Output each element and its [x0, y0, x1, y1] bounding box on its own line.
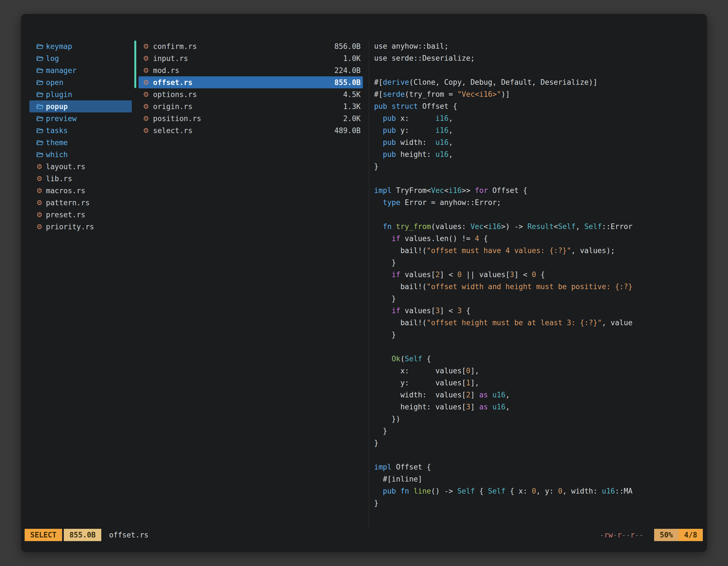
current-directory-panel: ⚙confirm.rs856.0B⚙input.rs1.0K⚙mod.rs224… — [138, 40, 363, 137]
rust-file-icon: ⚙ — [36, 212, 46, 218]
file-row-select-rs[interactable]: ⚙select.rs489.0B — [138, 125, 363, 137]
file-size: 489.0B — [334, 126, 361, 135]
sidebar-item-preview[interactable]: preview — [29, 112, 132, 125]
code-line: bail!("offset width and height must be p… — [374, 281, 704, 293]
scroll-percent-badge: 50% — [654, 529, 678, 541]
code-line — [374, 341, 704, 353]
file-size: 2.0K — [343, 114, 361, 123]
sidebar-item-label: plugin — [46, 90, 72, 99]
sidebar-item-keymap[interactable]: keymap — [29, 40, 132, 52]
code-line: pub fn line() -> Self { Self { x: 0, y: … — [374, 485, 704, 497]
code-line: #[serde(try_from = "Vec<i16>")] — [374, 88, 704, 100]
file-row-offset-rs[interactable]: ⚙offset.rs855.0B — [138, 76, 363, 88]
sidebar-item-label: popup — [46, 102, 68, 111]
file-row-mod-rs[interactable]: ⚙mod.rs224.0B — [138, 64, 363, 76]
code-line: pub x: i16, — [374, 112, 704, 125]
folder-icon — [36, 139, 46, 146]
code-line: } — [374, 257, 704, 269]
rust-file-icon: ⚙ — [36, 224, 46, 230]
file-row-options-rs[interactable]: ⚙options.rs4.5K — [138, 88, 363, 100]
code-line — [374, 209, 704, 221]
code-line: if values.len() != 4 { — [374, 233, 704, 245]
sidebar-item-lib-rs[interactable]: ⚙lib.rs — [29, 173, 132, 185]
folder-icon — [36, 115, 46, 122]
rust-file-icon: ⚙ — [143, 115, 152, 122]
rust-file-icon: ⚙ — [143, 55, 152, 62]
folder-icon — [36, 151, 46, 158]
folder-icon — [36, 91, 46, 98]
sidebar-item-label: open — [46, 78, 64, 87]
sidebar-item-label: which — [46, 151, 68, 159]
rust-file-icon: ⚙ — [36, 163, 46, 170]
sidebar-item-preset-rs[interactable]: ⚙preset.rs — [29, 209, 132, 221]
file-row-confirm-rs[interactable]: ⚙confirm.rs856.0B — [138, 40, 363, 52]
code-line — [374, 449, 704, 461]
code-line: y: values[1], — [374, 377, 704, 389]
sidebar-item-layout-rs[interactable]: ⚙layout.rs — [29, 161, 132, 173]
rust-file-icon: ⚙ — [143, 103, 152, 110]
code-line: } — [374, 497, 704, 509]
file-name: offset.rs — [153, 78, 192, 87]
file-row-origin-rs[interactable]: ⚙origin.rs1.3K — [138, 100, 363, 112]
code-line: pub height: u16, — [374, 149, 704, 161]
sidebar-item-plugin[interactable]: plugin — [29, 88, 132, 100]
file-row-input-rs[interactable]: ⚙input.rs1.0K — [138, 52, 363, 64]
code-line: use serde::Deserialize; — [374, 52, 704, 64]
code-line: } — [374, 161, 704, 173]
status-bar: SELECT 855.0B offset.rs -rw-r--r-- 50% 4… — [25, 529, 703, 541]
rust-file-icon: ⚙ — [143, 127, 152, 134]
sidebar-item-manager[interactable]: manager — [29, 64, 132, 76]
file-name: options.rs — [153, 90, 197, 99]
file-row-position-rs[interactable]: ⚙position.rs2.0K — [138, 112, 363, 125]
code-line: height: values[3] as u16, — [374, 401, 704, 413]
sidebar-item-pattern-rs[interactable]: ⚙pattern.rs — [29, 197, 132, 209]
sidebar-item-label: manager — [46, 66, 77, 75]
code-line: x: values[0], — [374, 365, 704, 377]
sidebar-item-open[interactable]: open — [29, 76, 132, 88]
sidebar-item-label: theme — [46, 139, 68, 147]
sidebar-item-macros-rs[interactable]: ⚙macros.rs — [29, 185, 132, 197]
folder-icon — [36, 43, 46, 50]
sidebar-item-label: priority.rs — [46, 223, 94, 231]
code-line: Ok(Self { — [374, 353, 704, 365]
file-size: 1.0K — [343, 54, 361, 63]
code-line: } — [374, 329, 704, 341]
code-line: impl TryFrom<Vec<i16>> for Offset { — [374, 185, 704, 197]
file-name: mod.rs — [153, 66, 179, 75]
sidebar-item-which[interactable]: which — [29, 149, 132, 161]
code-line: bail!("offset must have 4 values: {:?}",… — [374, 245, 704, 257]
sidebar-item-label: pattern.rs — [46, 199, 90, 207]
sidebar-item-log[interactable]: log — [29, 52, 132, 64]
sidebar-item-label: tasks — [46, 126, 68, 135]
file-name: position.rs — [153, 114, 201, 123]
folder-icon — [36, 67, 46, 74]
sidebar-item-label: log — [46, 54, 59, 63]
cursor-position-badge: 4/8 — [678, 529, 703, 541]
panel-divider — [369, 40, 369, 529]
code-line: } — [374, 425, 704, 437]
rust-file-icon: ⚙ — [143, 43, 152, 50]
sidebar-item-priority-rs[interactable]: ⚙priority.rs — [29, 221, 132, 233]
rust-file-icon: ⚙ — [36, 200, 46, 206]
rust-file-icon: ⚙ — [36, 187, 46, 194]
code-line: type Error = anyhow::Error; — [374, 197, 704, 209]
sidebar-item-tasks[interactable]: tasks — [29, 125, 132, 137]
code-line — [374, 64, 704, 76]
file-size-badge: 855.0B — [64, 529, 101, 541]
yazi-file-manager-window: keymaplogmanageropenpluginpopuppreviewta… — [21, 14, 707, 552]
folder-icon — [36, 127, 46, 134]
code-line: } — [374, 293, 704, 305]
code-line: pub struct Offset { — [374, 100, 704, 112]
sidebar-item-label: macros.rs — [46, 187, 85, 195]
parent-directory-panel: keymaplogmanageropenpluginpopuppreviewta… — [29, 40, 132, 233]
code-line: if values[3] < 3 { — [374, 305, 704, 317]
file-size: 855.0B — [334, 78, 361, 87]
file-preview-panel: use anyhow::bail;use serde::Deserialize;… — [374, 40, 704, 509]
sidebar-item-label: layout.rs — [46, 163, 85, 171]
file-name: confirm.rs — [153, 42, 197, 51]
code-line: fn try_from(values: Vec<i16>) -> Result<… — [374, 221, 704, 233]
folder-icon — [36, 55, 46, 62]
code-line — [374, 173, 704, 185]
sidebar-item-theme[interactable]: theme — [29, 137, 132, 149]
sidebar-item-popup[interactable]: popup — [29, 100, 132, 112]
